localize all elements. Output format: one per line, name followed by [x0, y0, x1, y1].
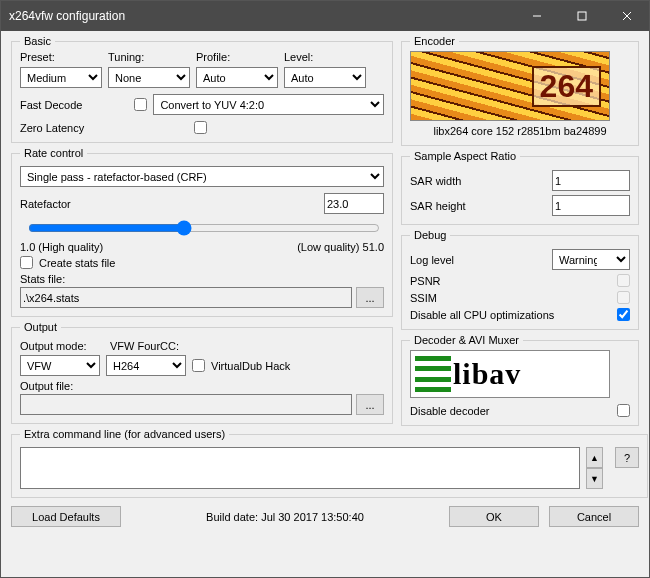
- rate-mode-select[interactable]: Single pass - ratefactor-based (CRF): [20, 166, 384, 187]
- rate-low-marker: 1.0 (High quality): [20, 241, 103, 253]
- output-file-label: Output file:: [20, 380, 73, 392]
- rate-legend: Rate control: [20, 147, 87, 159]
- preset-label: Preset:: [20, 51, 102, 63]
- output-mode-label: Output mode:: [20, 340, 87, 352]
- close-button[interactable]: [604, 1, 649, 31]
- encoder-group: Encoder 264 libx264 core 152 r2851bm ba2…: [401, 35, 639, 146]
- stats-browse-button[interactable]: ...: [356, 287, 384, 308]
- preset-select[interactable]: Medium: [20, 67, 102, 88]
- build-date-text: Build date: Jul 30 2017 13:50:40: [206, 511, 364, 523]
- libav-stripes-icon: [415, 356, 451, 392]
- ratefactor-label: Ratefactor: [20, 198, 71, 210]
- cmdline-help-button[interactable]: ?: [615, 447, 639, 468]
- sar-width-input[interactable]: [552, 170, 630, 191]
- loglevel-label: Log level: [410, 254, 454, 266]
- loglevel-select[interactable]: Warning: [552, 249, 630, 270]
- decoder-legend: Decoder & AVI Muxer: [410, 334, 523, 346]
- create-stats-checkbox[interactable]: [20, 256, 33, 269]
- tuning-label: Tuning:: [108, 51, 190, 63]
- encoder-legend: Encoder: [410, 35, 459, 47]
- debug-legend: Debug: [410, 229, 450, 241]
- stats-file-input[interactable]: [20, 287, 352, 308]
- convert-select[interactable]: Convert to YUV 4:2:0: [153, 94, 384, 115]
- tuning-select[interactable]: None: [108, 67, 190, 88]
- profile-label: Profile:: [196, 51, 278, 63]
- scroll-up-icon[interactable]: ▲: [586, 447, 603, 468]
- sar-width-label: SAR width: [410, 175, 461, 187]
- output-legend: Output: [20, 321, 61, 333]
- stats-file-label: Stats file:: [20, 273, 65, 285]
- output-group: Output Output mode: VFW FourCC: VFW H264…: [11, 321, 393, 424]
- ratefactor-input[interactable]: [324, 193, 384, 214]
- debug-group: Debug Log level Warning PSNR SSIM Dis: [401, 229, 639, 330]
- svg-rect-1: [578, 12, 586, 20]
- minimize-button[interactable]: [514, 1, 559, 31]
- fourcc-label: VFW FourCC:: [110, 340, 179, 352]
- fast-decode-checkbox[interactable]: [134, 98, 147, 111]
- rate-control-group: Rate control Single pass - ratefactor-ba…: [11, 147, 393, 317]
- level-label: Level:: [284, 51, 366, 63]
- extra-cmdline-group: Extra command line (for advanced users) …: [11, 428, 648, 498]
- ssim-checkbox: [617, 291, 630, 304]
- create-stats-label: Create stats file: [39, 257, 115, 269]
- disable-decoder-label: Disable decoder: [410, 405, 490, 417]
- sar-height-label: SAR height: [410, 200, 466, 212]
- ratefactor-slider[interactable]: [28, 220, 380, 236]
- basic-legend: Basic: [20, 35, 55, 47]
- window: x264vfw configuration Basic Preset: Tuni…: [0, 0, 650, 578]
- output-file-input[interactable]: [20, 394, 352, 415]
- psnr-label: PSNR: [410, 275, 441, 287]
- load-defaults-button[interactable]: Load Defaults: [11, 506, 121, 527]
- libav-logo-text: libav: [453, 357, 521, 391]
- fourcc-select[interactable]: H264: [106, 355, 186, 376]
- output-browse-button[interactable]: ...: [356, 394, 384, 415]
- cancel-button[interactable]: Cancel: [549, 506, 639, 527]
- disable-cpu-checkbox[interactable]: [617, 308, 630, 321]
- scroll-down-icon[interactable]: ▼: [586, 468, 603, 489]
- level-select[interactable]: Auto: [284, 67, 366, 88]
- encoder-logo-image: 264: [410, 51, 610, 121]
- cmdline-scroll[interactable]: ▲ ▼: [586, 447, 603, 489]
- basic-group: Basic Preset: Tuning: Profile: Level: Me…: [11, 35, 393, 143]
- extra-cmdline-textarea[interactable]: [20, 447, 580, 489]
- libav-logo-image: libav: [410, 350, 610, 398]
- extra-legend: Extra command line (for advanced users): [20, 428, 229, 440]
- sar-legend: Sample Aspect Ratio: [410, 150, 520, 162]
- ok-button[interactable]: OK: [449, 506, 539, 527]
- encoder-badge-text: 264: [532, 66, 601, 107]
- decoder-group: Decoder & AVI Muxer libav Disable decode…: [401, 334, 639, 426]
- psnr-checkbox: [617, 274, 630, 287]
- client-area: Basic Preset: Tuning: Profile: Level: Me…: [1, 31, 649, 577]
- vdub-hack-checkbox[interactable]: [192, 359, 205, 372]
- window-title: x264vfw configuration: [9, 9, 514, 23]
- rate-high-marker: (Low quality) 51.0: [297, 241, 384, 253]
- zero-latency-label: Zero Latency: [20, 122, 188, 134]
- sar-group: Sample Aspect Ratio SAR width SAR height: [401, 150, 639, 225]
- sar-height-input[interactable]: [552, 195, 630, 216]
- zero-latency-checkbox[interactable]: [194, 121, 207, 134]
- disable-decoder-checkbox[interactable]: [617, 404, 630, 417]
- footer: Load Defaults Build date: Jul 30 2017 13…: [11, 506, 639, 527]
- output-mode-select[interactable]: VFW: [20, 355, 100, 376]
- fast-decode-label: Fast Decode: [20, 99, 82, 111]
- maximize-button[interactable]: [559, 1, 604, 31]
- vdub-hack-label: VirtualDub Hack: [211, 360, 290, 372]
- titlebar: x264vfw configuration: [1, 1, 649, 31]
- encoder-version-text: libx264 core 152 r2851bm ba24899: [410, 125, 630, 137]
- disable-cpu-label: Disable all CPU optimizations: [410, 309, 554, 321]
- ssim-label: SSIM: [410, 292, 437, 304]
- profile-select[interactable]: Auto: [196, 67, 278, 88]
